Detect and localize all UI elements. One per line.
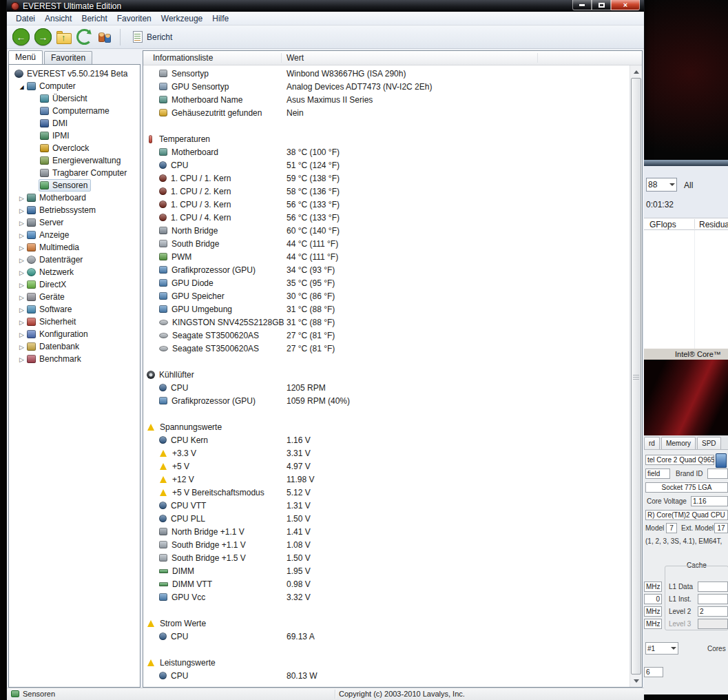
sensor-row[interactable]: Seagate ST3500620AS27 °C (81 °F) — [143, 329, 630, 342]
vertical-scrollbar[interactable] — [630, 65, 642, 687]
column-gflops[interactable]: GFlops — [649, 220, 676, 229]
section-row-leistungswerte[interactable]: Leistungswerte — [143, 656, 630, 669]
refresh-button[interactable] — [76, 29, 92, 45]
collapsed-arrow-icon[interactable] — [18, 318, 25, 326]
sidebar-item-computer[interactable]: Computer — [9, 80, 140, 92]
back-button[interactable]: ← — [12, 28, 30, 45]
sidebar-item-sensoren[interactable]: Sensoren — [9, 179, 140, 192]
column-header-informationsliste[interactable]: Informationsliste — [143, 51, 284, 65]
sensor-row[interactable]: North Bridge60 °C (140 °F) — [143, 224, 630, 237]
sensor-row[interactable]: CPU Kern1.16 V — [143, 433, 630, 446]
sensor-row[interactable]: CPU69.13 A — [143, 630, 630, 643]
sensor-row[interactable]: GPU Umgebung31 °C (88 °F) — [143, 302, 630, 316]
sensor-row[interactable]: South Bridge44 °C (111 °F) — [143, 237, 630, 250]
sensor-row[interactable]: Gehäusezutritt gefundenNein — [143, 106, 630, 119]
sensor-row[interactable]: GPU Speicher30 °C (86 °F) — [143, 289, 630, 302]
sensor-row[interactable]: South Bridge +1.1 V1.08 V — [143, 538, 630, 551]
scrollbar-thumb[interactable] — [631, 78, 641, 675]
sensor-row[interactable]: +3.3 V3.31 V — [143, 446, 630, 460]
sidebar-item-anzeige[interactable]: Anzeige — [9, 229, 140, 241]
menu-item-bericht[interactable]: Bericht — [76, 12, 112, 25]
sensor-row[interactable]: 1. CPU / 3. Kern56 °C (133 °F) — [143, 198, 630, 211]
sens or-row[interactable]: 1. CPU / 2. Kern58 °C (136 °F) — [143, 185, 630, 198]
sensor-row[interactable]: PWM44 °C (111 °F) — [143, 250, 630, 263]
report-button[interactable]: Bericht — [127, 28, 178, 45]
sensor-row[interactable]: CPU VTT1.31 V — [143, 499, 630, 512]
sensor-row[interactable]: Motherboard NameAsus Maximus II Series — [143, 93, 630, 106]
sidebar-item-datenbank[interactable]: Datenbank — [9, 340, 140, 353]
users-button[interactable] — [97, 30, 113, 44]
sidebar-item-konfiguration[interactable]: Konfiguration — [9, 328, 140, 340]
sensor-row[interactable]: +5 V Bereitschaftsmodus5.12 V — [143, 486, 630, 499]
collapsed-arrow-icon[interactable] — [18, 268, 25, 276]
forward-button[interactable]: → — [34, 28, 52, 45]
sidebar-item-dmi[interactable]: DMI — [9, 117, 140, 130]
sidebar-item-datentraeger[interactable]: Datenträger — [9, 254, 140, 266]
section-row-temperaturen[interactable]: Temperaturen — [143, 132, 630, 145]
sidebar-item-ipmi[interactable]: IPMI — [9, 130, 140, 142]
sensor-row[interactable]: CPU51 °C (124 °F) — [143, 158, 630, 172]
tab-menu[interactable]: Menü — [8, 50, 43, 64]
sensor-row[interactable]: 1. CPU / 4. Kern56 °C (133 °F) — [143, 211, 630, 224]
sensor-row[interactable]: SensortypWinbond W83667HG (ISA 290h) — [143, 67, 630, 80]
column-separator[interactable] — [537, 53, 538, 63]
titlebar[interactable]: EVEREST Ultimate Edition × — [7, 0, 644, 12]
tab-mainboard-partial[interactable]: rd — [644, 437, 660, 449]
sidebar-item-everest-root[interactable]: EVEREST v5.50.2194 Beta — [9, 68, 140, 80]
menu-item-ansicht[interactable]: Ansicht — [40, 12, 76, 25]
sensor-row[interactable]: Motherboard38 °C (100 °F) — [143, 145, 630, 158]
column-separator[interactable] — [281, 53, 282, 63]
maximize-button[interactable] — [592, 0, 611, 10]
collapsed-arrow-icon[interactable] — [18, 330, 25, 338]
sensor-row[interactable]: +5 V4.97 V — [143, 460, 630, 473]
close-button[interactable]: × — [611, 0, 640, 10]
sensor-row[interactable]: KINGSTON SNV425S2128GB31 °C (88 °F) — [143, 316, 630, 329]
sidebar-item-directx[interactable]: DirectX — [9, 278, 140, 291]
sidebar-item-software[interactable]: Software — [9, 303, 140, 316]
collapsed-arrow-icon[interactable] — [18, 355, 25, 363]
sensor-row[interactable]: South Bridge +1.5 V1.50 V — [143, 551, 630, 564]
sensor-row[interactable]: DIMM1.95 V — [143, 564, 630, 577]
collapsed-arrow-icon[interactable] — [18, 243, 25, 251]
sensor-row[interactable]: CPU1205 RPM — [143, 381, 630, 394]
sensor-row[interactable]: CPU80.13 W — [143, 669, 630, 682]
menu-item-werkzeuge[interactable]: Werkzeuge — [156, 12, 207, 25]
collapsed-arrow-icon[interactable] — [18, 206, 25, 214]
sensor-row[interactable]: 1. CPU / 1. Kern59 °C (138 °F) — [143, 172, 630, 185]
sidebar-item-server[interactable]: Server — [9, 216, 140, 229]
sensor-row[interactable]: DIMM VTT0.98 V — [143, 577, 630, 590]
sensor-row[interactable]: CPU PLL1.50 V — [143, 512, 630, 525]
sensor-row[interactable]: GPU Diode35 °C (95 °F) — [143, 276, 630, 289]
sensor-row[interactable]: GPU SensortypAnalog Devices ADT7473 (NV-… — [143, 80, 630, 93]
sidebar-item-multimedia[interactable]: Multimedia — [9, 241, 140, 254]
expanded-arrow-icon[interactable] — [18, 82, 25, 90]
collapsed-arrow-icon[interactable] — [18, 231, 25, 239]
sensor-row[interactable]: Grafikprozessor (GPU)34 °C (93 °F) — [143, 263, 630, 276]
collapsed-arrow-icon[interactable] — [18, 280, 25, 289]
sidebar-item-sicherheit[interactable]: Sicherheit — [9, 316, 140, 328]
tab-favoriten[interactable]: Favoriten — [44, 51, 92, 64]
collapsed-arrow-icon[interactable] — [18, 342, 25, 351]
collapsed-arrow-icon[interactable] — [18, 305, 25, 313]
collapsed-arrow-icon[interactable] — [18, 256, 25, 264]
scroll-down-arrow-icon[interactable] — [630, 675, 642, 687]
sidebar-item-benchmark[interactable]: Benchmark — [9, 353, 140, 365]
section-row-kuehlluefter[interactable]: Kühllüfter — [143, 368, 630, 381]
minimize-button[interactable] — [572, 0, 592, 10]
sensor-row[interactable]: GPU Vcc3.32 V — [143, 590, 630, 604]
memory-size-dropdown[interactable]: 88 — [646, 178, 677, 192]
section-row-strom-werte[interactable]: Strom Werte — [143, 617, 630, 630]
sensor-row[interactable]: North Bridge +1.1 V1.41 V — [143, 525, 630, 538]
sidebar-item-tragbarer-computer[interactable]: Tragbarer Computer — [9, 167, 140, 179]
tab-spd[interactable]: SPD — [697, 437, 721, 449]
menu-item-favoriten[interactable]: Favoriten — [112, 12, 156, 25]
menu-item-datei[interactable]: Datei — [11, 12, 40, 25]
section-row-spannungswerte[interactable]: Spannungswerte — [143, 420, 630, 433]
column-residual[interactable]: Residual — [699, 220, 728, 229]
sensor-row[interactable]: +12 V11.98 V — [143, 473, 630, 486]
cpu-selection-dropdown[interactable]: #1 — [645, 642, 678, 655]
up-folder-button[interactable]: ↑ — [56, 33, 72, 44]
sidebar-item-geraete[interactable]: Geräte — [9, 291, 140, 303]
sidebar-item-energieverwaltung[interactable]: Energieverwaltung — [9, 154, 140, 167]
menu-item-hilfe[interactable]: Hilfe — [207, 12, 233, 25]
